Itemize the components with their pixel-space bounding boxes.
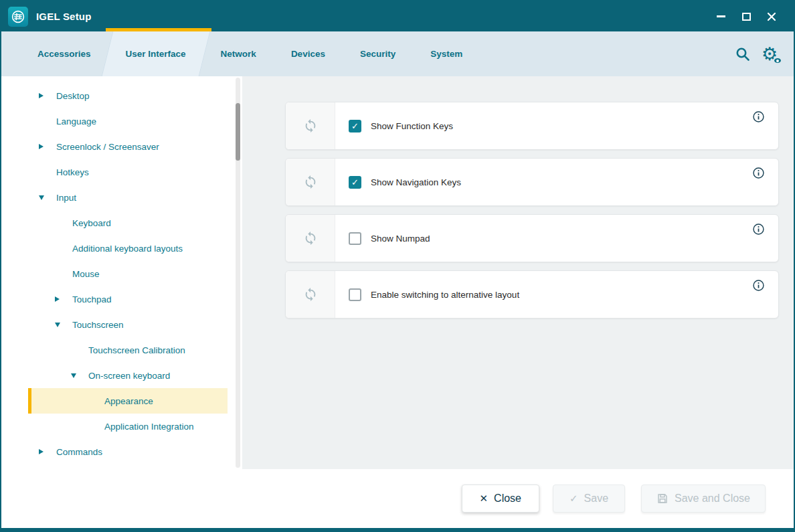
sync-icon xyxy=(303,231,318,246)
tab-devices[interactable]: Devices xyxy=(274,31,343,76)
collapse-arrow-icon[interactable] xyxy=(71,373,88,378)
sidebar-item-commands[interactable]: Commands xyxy=(1,439,242,464)
sidebar-item-keyboard[interactable]: Keyboard xyxy=(1,210,242,236)
footer-bar: ✕ Close ✓ Save Save and Close xyxy=(1,469,794,528)
setting-body: Show Function Keys xyxy=(335,102,743,149)
reset-to-default-button[interactable] xyxy=(286,102,335,149)
sidebar-item-hotkeys[interactable]: Hotkeys xyxy=(1,159,242,185)
floppy-disk-icon xyxy=(656,493,669,505)
sidebar-item-touchscreen-calibration[interactable]: Touchscreen Calibration xyxy=(1,337,242,363)
expand-arrow-icon[interactable] xyxy=(55,296,72,302)
eye-icon xyxy=(773,57,782,64)
setting-body: Show Numpad xyxy=(335,215,743,262)
info-button[interactable] xyxy=(743,271,778,318)
settings-panel: Show Function Keys xyxy=(242,76,794,469)
collapse-arrow-icon[interactable] xyxy=(55,323,72,327)
reset-to-default-button[interactable] xyxy=(286,271,335,318)
info-icon xyxy=(752,223,765,236)
info-button[interactable] xyxy=(743,215,778,262)
sync-icon xyxy=(303,175,318,189)
setting-row-show-function-keys: Show Function Keys xyxy=(285,102,779,150)
setting-body: Show Navigation Keys xyxy=(335,159,743,205)
setting-row-show-navigation-keys: Show Navigation Keys xyxy=(285,158,779,206)
scrollbar-thumb[interactable] xyxy=(236,103,240,161)
sidebar-item-appearance[interactable]: Appearance xyxy=(1,388,242,414)
checkbox-enable-alternative-layout[interactable] xyxy=(349,288,361,301)
tab-user-interface[interactable]: User Interface xyxy=(108,31,203,76)
checkbox-show-navigation-keys[interactable] xyxy=(349,176,361,189)
tab-bar: Accessories User Interface Network Devic… xyxy=(1,31,794,76)
sidebar-item-mouse[interactable]: Mouse xyxy=(1,261,242,286)
tabbar-spacer xyxy=(480,31,729,76)
igel-setup-window: IGEL Setup Accessories User Interface Ne… xyxy=(0,0,795,532)
sidebar-item-on-screen-keyboard[interactable]: On-screen keyboard xyxy=(1,363,242,388)
close-icon xyxy=(767,12,776,21)
info-icon xyxy=(752,167,765,179)
close-button-label: Close xyxy=(494,493,521,505)
search-icon xyxy=(734,46,752,63)
setup-settings-button[interactable]: ⚙ xyxy=(756,31,783,76)
save-button-label: Save xyxy=(584,493,608,505)
active-tab-indicator xyxy=(106,28,211,31)
minimize-icon xyxy=(717,15,725,17)
checkbox-show-function-keys[interactable] xyxy=(349,120,361,132)
content-area: Desktop Language Screenlock / Screensave… xyxy=(1,76,794,469)
reset-to-default-button[interactable] xyxy=(286,159,335,205)
igel-logo-icon xyxy=(8,7,28,27)
tab-security[interactable]: Security xyxy=(343,31,413,76)
gear-eye-icon: ⚙ xyxy=(759,43,780,65)
expand-arrow-icon[interactable] xyxy=(39,93,56,98)
search-button[interactable] xyxy=(729,31,756,76)
tab-system[interactable]: System xyxy=(413,31,480,76)
sidebar-item-application-integration[interactable]: Application Integration xyxy=(1,414,242,439)
sidebar-item-input[interactable]: Input xyxy=(1,185,242,210)
window-title: IGEL Setup xyxy=(36,11,92,22)
tab-accessories[interactable]: Accessories xyxy=(20,31,108,76)
setting-body: Enable switching to alternative layout xyxy=(335,271,743,318)
close-x-icon: ✕ xyxy=(480,493,489,505)
info-icon xyxy=(752,110,765,123)
close-setup-button[interactable]: ✕ Close xyxy=(462,484,539,513)
expand-arrow-icon[interactable] xyxy=(39,144,56,149)
info-button[interactable] xyxy=(743,102,778,149)
sidebar-item-touchscreen[interactable]: Touchscreen xyxy=(1,312,242,337)
info-button[interactable] xyxy=(743,159,778,205)
sidebar-item-additional-keyboard-layouts[interactable]: Additional keyboard layouts xyxy=(1,236,242,261)
minimize-button[interactable] xyxy=(708,5,733,28)
maximize-button[interactable] xyxy=(733,5,759,28)
tab-network[interactable]: Network xyxy=(203,31,274,76)
sidebar-scrollbar[interactable] xyxy=(236,78,240,468)
checkbox-show-numpad[interactable] xyxy=(349,232,361,245)
sidebar-item-language[interactable]: Language xyxy=(1,108,242,134)
check-icon: ✓ xyxy=(569,493,578,505)
maximize-icon xyxy=(742,13,751,21)
sidebar-item-screenlock-screensaver[interactable]: Screenlock / Screensaver xyxy=(1,134,242,159)
sidebar-tree: Desktop Language Screenlock / Screensave… xyxy=(1,76,242,469)
reset-to-default-button[interactable] xyxy=(286,215,335,262)
sidebar-item-touchpad[interactable]: Touchpad xyxy=(1,286,242,312)
titlebar: IGEL Setup xyxy=(1,1,794,31)
sync-icon xyxy=(303,287,318,302)
sync-icon xyxy=(303,118,318,133)
window-controls xyxy=(708,5,784,28)
save-button[interactable]: ✓ Save xyxy=(553,484,625,513)
setting-row-enable-alternative-layout: Enable switching to alternative layout xyxy=(285,270,779,319)
expand-arrow-icon[interactable] xyxy=(39,449,56,454)
window-close-button[interactable] xyxy=(759,5,784,28)
save-and-close-button[interactable]: Save and Close xyxy=(641,484,766,513)
info-icon xyxy=(752,279,765,292)
save-and-close-button-label: Save and Close xyxy=(675,493,750,505)
setting-row-show-numpad: Show Numpad xyxy=(285,214,779,262)
sidebar-item-desktop[interactable]: Desktop xyxy=(1,83,242,108)
collapse-arrow-icon[interactable] xyxy=(39,195,56,200)
